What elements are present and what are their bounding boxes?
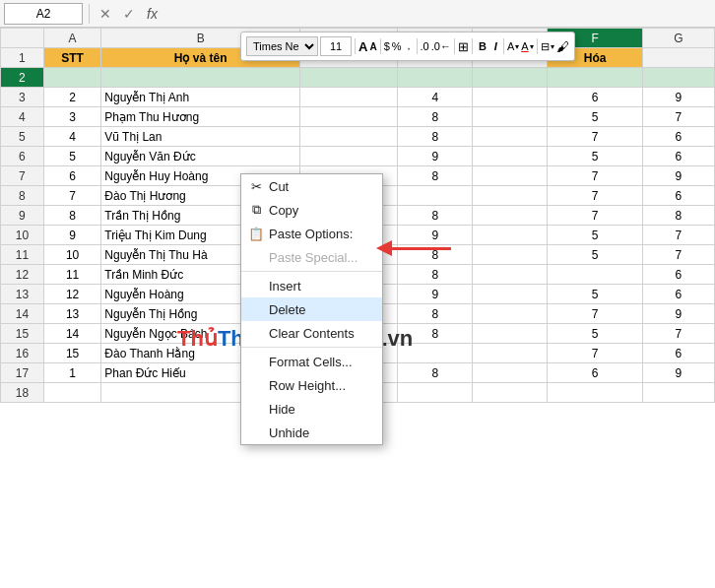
table-row[interactable]: 2 — [1, 68, 715, 88]
cell-c3[interactable] — [300, 88, 398, 107]
cell-d17[interactable]: 8 — [398, 363, 473, 383]
cell-d5[interactable]: 8 — [398, 127, 473, 147]
cell-e7[interactable] — [473, 166, 548, 186]
bold-button[interactable]: B — [476, 36, 489, 56]
comma-icon[interactable]: ， — [404, 39, 414, 53]
cell-b6[interactable]: Nguyễn Văn Đức — [101, 147, 300, 166]
cell-f11[interactable]: 5 — [548, 245, 642, 265]
borders-dropdown-icon[interactable]: ▾ — [551, 42, 554, 51]
cell-g17[interactable]: 9 — [642, 363, 714, 383]
cell-d15[interactable]: 8 — [398, 324, 473, 344]
cell-a9[interactable]: 8 — [43, 206, 100, 226]
cell-e12[interactable] — [473, 265, 548, 285]
col-header-a[interactable]: A — [43, 29, 100, 48]
function-icon[interactable]: fx — [143, 4, 162, 24]
cell-a2[interactable] — [43, 68, 100, 88]
cell-d18[interactable] — [398, 383, 473, 403]
cell-d7[interactable]: 8 — [398, 166, 473, 186]
cell-d12[interactable]: 8 — [398, 265, 473, 285]
cell-a1[interactable]: STT — [43, 48, 100, 68]
grow-font-icon[interactable]: A — [358, 39, 367, 54]
cell-a8[interactable]: 7 — [43, 186, 100, 206]
cell-g12[interactable]: 6 — [642, 265, 714, 285]
cell-a13[interactable]: 12 — [43, 285, 100, 304]
cell-a3[interactable]: 2 — [43, 88, 100, 107]
cell-e16[interactable] — [473, 344, 548, 363]
ctx-unhide[interactable]: Unhide — [241, 421, 382, 444]
cell-e4[interactable] — [473, 107, 548, 127]
shrink-font-icon[interactable]: A — [369, 41, 376, 52]
table-row[interactable]: 6 5 Nguyễn Văn Đức 9 5 6 — [1, 147, 715, 166]
cell-a11[interactable]: 10 — [43, 245, 100, 265]
cell-f17[interactable]: 6 — [548, 363, 642, 383]
cell-e5[interactable] — [473, 127, 548, 147]
col-header-g[interactable]: G — [642, 29, 714, 48]
cell-d6[interactable]: 9 — [398, 147, 473, 166]
font-size-input[interactable] — [320, 36, 352, 56]
cell-f16[interactable]: 7 — [548, 344, 642, 363]
cell-f6[interactable]: 5 — [548, 147, 642, 166]
cell-g3[interactable]: 9 — [642, 88, 714, 107]
highlight-dropdown-icon[interactable]: ▾ — [515, 42, 519, 51]
formula-input[interactable] — [165, 3, 711, 25]
percent-icon[interactable]: % — [392, 40, 402, 52]
cell-a10[interactable]: 9 — [43, 226, 100, 245]
cell-a6[interactable]: 5 — [43, 147, 100, 166]
cell-d3[interactable]: 4 — [398, 88, 473, 107]
cell-e6[interactable] — [473, 147, 548, 166]
cell-c4[interactable] — [300, 107, 398, 127]
cell-b4[interactable]: Phạm Thu Hương — [101, 107, 300, 127]
cell-b2[interactable] — [101, 68, 300, 88]
cell-f7[interactable]: 7 — [548, 166, 642, 186]
cell-f14[interactable]: 7 — [548, 304, 642, 324]
cell-g11[interactable]: 7 — [642, 245, 714, 265]
dollar-icon[interactable]: $ — [384, 40, 390, 52]
highlight-color-button[interactable]: A ▾ — [507, 40, 519, 52]
decrease-decimal-icon[interactable]: .0← — [431, 40, 451, 52]
cell-d16[interactable] — [398, 344, 473, 363]
cell-g8[interactable]: 6 — [642, 186, 714, 206]
ctx-hide[interactable]: Hide — [241, 397, 382, 421]
cell-f15[interactable]: 5 — [548, 324, 642, 344]
ctx-copy[interactable]: ⧉ Copy — [241, 198, 382, 222]
cell-d2[interactable] — [398, 68, 473, 88]
cell-d13[interactable]: 9 — [398, 285, 473, 304]
cell-b5[interactable]: Vũ Thị Lan — [101, 127, 300, 147]
cell-g4[interactable]: 7 — [642, 107, 714, 127]
cell-e9[interactable] — [473, 206, 548, 226]
cell-c6[interactable] — [300, 147, 398, 166]
cell-a4[interactable]: 3 — [43, 107, 100, 127]
ctx-format-cells[interactable]: Format Cells... — [241, 350, 382, 373]
cell-f12[interactable] — [548, 265, 642, 285]
cell-f2[interactable] — [548, 68, 642, 88]
cell-f5[interactable]: 7 — [548, 127, 642, 147]
cell-f8[interactable]: 7 — [548, 186, 642, 206]
ctx-paste-options[interactable]: 📋 Paste Options: — [241, 222, 382, 245]
cell-c2[interactable] — [300, 68, 398, 88]
cell-g16[interactable]: 6 — [642, 344, 714, 363]
cell-e3[interactable] — [473, 88, 548, 107]
cell-e17[interactable] — [473, 363, 548, 383]
cell-d14[interactable]: 8 — [398, 304, 473, 324]
cell-g14[interactable]: 9 — [642, 304, 714, 324]
font-color-dropdown-icon[interactable]: ▾ — [530, 42, 534, 51]
cell-a16[interactable]: 15 — [43, 344, 100, 363]
cell-f3[interactable]: 6 — [548, 88, 642, 107]
cell-g10[interactable]: 7 — [642, 226, 714, 245]
table-row[interactable]: 4 3 Phạm Thu Hương 8 5 7 — [1, 107, 715, 127]
paint-format-icon[interactable]: 🖌 — [556, 39, 569, 54]
cell-f13[interactable]: 5 — [548, 285, 642, 304]
cell-g6[interactable]: 6 — [642, 147, 714, 166]
cell-d9[interactable]: 8 — [398, 206, 473, 226]
italic-button[interactable]: I — [491, 36, 500, 56]
ctx-clear-contents[interactable]: Clear Contents — [241, 321, 382, 345]
cell-a5[interactable]: 4 — [43, 127, 100, 147]
confirm-icon[interactable]: ✓ — [119, 4, 139, 24]
name-box[interactable] — [4, 3, 83, 25]
cell-b3[interactable]: Nguyễn Thị Anh — [101, 88, 300, 107]
cell-a12[interactable]: 11 — [43, 265, 100, 285]
cell-g15[interactable]: 7 — [642, 324, 714, 344]
table-row[interactable]: 5 4 Vũ Thị Lan 8 7 6 — [1, 127, 715, 147]
cell-e13[interactable] — [473, 285, 548, 304]
cell-f4[interactable]: 5 — [548, 107, 642, 127]
